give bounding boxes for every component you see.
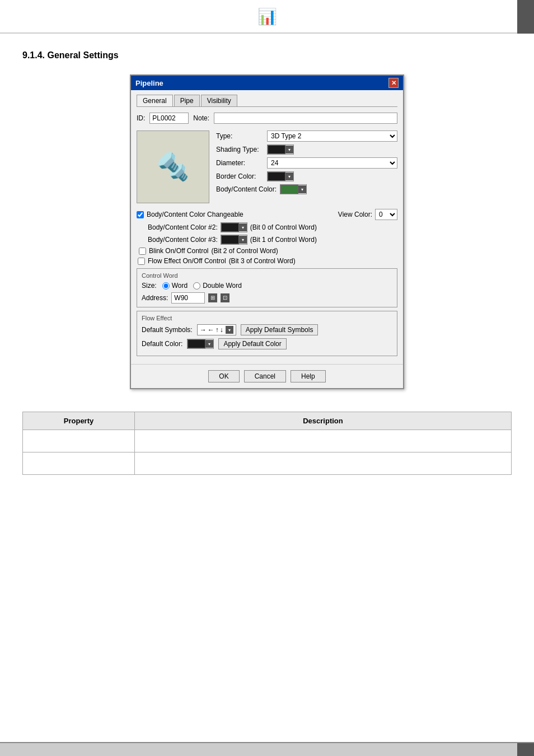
body-color2-label: Body/Content Color #2: <box>148 223 218 231</box>
symbols-arrow[interactable]: ▾ <box>226 326 233 334</box>
border-color-arrow[interactable]: ▾ <box>285 172 293 180</box>
shading-label: Shading Type: <box>216 146 264 153</box>
tab-pipe[interactable]: Pipe <box>174 95 200 106</box>
arrow-right: → <box>200 326 207 334</box>
body-color-label: Body/Content Color: <box>216 185 277 193</box>
type-row: Type: 3D Type 2 <box>216 130 397 142</box>
col-property-header: Property <box>23 412 135 430</box>
tab-general[interactable]: General <box>137 95 173 106</box>
shading-arrow[interactable]: ▾ <box>285 146 293 153</box>
property-cell-1 <box>23 430 135 452</box>
body-color3-arrow[interactable]: ▾ <box>239 236 247 244</box>
view-color-label: View Color: <box>338 211 372 218</box>
property-cell-2 <box>23 452 135 475</box>
flow-symbols-display: → ← ↑ ↓ ▾ <box>197 324 236 335</box>
double-word-radio-item: Double Word <box>193 282 242 290</box>
header-right-block <box>517 0 534 34</box>
properties-right: Type: 3D Type 2 Shading Type: ▾ <box>216 130 397 203</box>
address-row: Address: ⊞ ⊡ <box>142 292 392 304</box>
address-icon1[interactable]: ⊞ <box>208 293 217 302</box>
pipeline-dialog: Pipeline ✕ General Pipe Visibility ID: N… <box>130 74 404 389</box>
body-changeable-checkbox[interactable] <box>137 211 144 218</box>
body-color-btn[interactable]: ▾ <box>280 184 307 194</box>
flow-effect-label: Flow Effect On/Off Control <box>148 257 226 265</box>
tab-bar: General Pipe Visibility <box>137 95 397 107</box>
default-color-label: Default Color: <box>142 340 182 348</box>
main-content: 9.1.4. General Settings Pipeline ✕ Gener… <box>0 34 534 492</box>
body-color2-arrow[interactable]: ▾ <box>239 223 247 231</box>
border-color-btn[interactable]: ▾ <box>267 171 294 181</box>
table-row <box>23 430 512 452</box>
default-color-row: Default Color: ▾ Apply Default Color <box>142 338 392 349</box>
body-color3-label: Body/Content Color #3: <box>148 236 218 244</box>
view-color-select[interactable]: 0 <box>375 209 397 220</box>
arrow-left: ← <box>208 326 214 334</box>
flow-effect-onoff-row: Flow Effect On/Off Control (Bit 3 of Con… <box>138 257 397 265</box>
body-color3-btn[interactable]: ▾ <box>221 235 247 245</box>
pipe-preview-icon: 🔩 <box>156 151 190 183</box>
cancel-button[interactable]: Cancel <box>244 370 286 382</box>
default-symbols-label: Default Symbols: <box>142 326 193 334</box>
dialog-footer: OK Cancel Help <box>131 364 403 388</box>
border-color-label: Border Color: <box>216 172 264 180</box>
default-color-arrow[interactable]: ▾ <box>205 340 213 348</box>
ok-button[interactable]: OK <box>208 370 239 382</box>
tab-visibility[interactable]: Visibility <box>201 95 237 106</box>
blink-row: Blink On/Off Control (Bit 2 of Control W… <box>139 247 397 255</box>
arrow-up: ↑ <box>216 326 219 334</box>
note-input[interactable] <box>214 113 397 124</box>
double-word-radio[interactable] <box>193 282 200 290</box>
checks-section: Body/Content Color Changeable View Color… <box>137 209 397 265</box>
address-label: Address: <box>142 294 168 302</box>
id-note-row: ID: Note: <box>137 113 397 124</box>
type-label: Type: <box>216 132 264 140</box>
note-label: Note: <box>193 114 209 122</box>
address-icon2[interactable]: ⊡ <box>221 293 229 302</box>
word-radio[interactable] <box>162 282 170 290</box>
flow-effect-group-title: Flow Effect <box>142 315 392 321</box>
body-color-row: Body/Content Color: ▾ <box>216 184 397 194</box>
shading-swatch <box>268 145 285 154</box>
type-select[interactable]: 3D Type 2 <box>267 130 397 142</box>
preview-box: 🔩 <box>137 130 209 203</box>
blink-note: (Bit 2 of Control Word) <box>212 247 278 255</box>
diameter-select[interactable]: 24 <box>267 157 397 169</box>
body-color-arrow[interactable]: ▾ <box>298 185 306 193</box>
apply-symbols-button[interactable]: Apply Default Symbols <box>241 324 318 335</box>
flow-effect-note: (Bit 3 of Control Word) <box>229 257 296 265</box>
blink-checkbox[interactable] <box>139 248 146 255</box>
body-color2-row: Body/Content Color #2: ▾ (Bit 0 of Contr… <box>148 222 397 232</box>
app-icon: 📊 <box>257 7 277 26</box>
body-color3-note: (Bit 1 of Control Word) <box>250 236 317 244</box>
diameter-row: Diameter: 24 <box>216 157 397 169</box>
size-label: Size: <box>142 282 157 290</box>
address-input[interactable] <box>171 292 205 304</box>
body-color-swatch <box>280 185 298 194</box>
help-button[interactable]: Help <box>291 370 326 382</box>
body-color2-note: (Bit 0 of Control Word) <box>250 223 317 231</box>
table-row <box>23 452 512 475</box>
flow-effect-checkbox[interactable] <box>138 258 145 265</box>
flow-effect-group: Flow Effect Default Symbols: → ← ↑ ↓ ▾ A… <box>137 311 397 356</box>
apply-color-button[interactable]: Apply Default Color <box>218 338 286 349</box>
id-input[interactable] <box>149 113 189 124</box>
arrow-down: ↓ <box>220 326 223 334</box>
default-color-btn[interactable]: ▾ <box>187 339 214 349</box>
preview-props-section: 🔩 Type: 3D Type 2 Shading Type: <box>137 130 397 203</box>
control-word-group: Control Word Size: Word Double Word Addr… <box>137 268 397 307</box>
double-word-label: Double Word <box>203 282 242 290</box>
description-cell-2 <box>135 452 512 475</box>
shading-color-btn[interactable]: ▾ <box>267 144 294 155</box>
dialog-body: General Pipe Visibility ID: Note: 🔩 <box>131 90 403 364</box>
dialog-close-button[interactable]: ✕ <box>388 78 399 88</box>
col-description-header: Description <box>135 412 512 430</box>
body-changeable-label: Body/Content Color Changeable <box>147 211 243 218</box>
id-label: ID: <box>137 114 145 122</box>
dialog-title: Pipeline <box>135 79 163 87</box>
size-row: Size: Word Double Word <box>142 282 392 290</box>
section-title: 9.1.4. General Settings <box>22 50 512 60</box>
default-color-swatch <box>188 339 205 348</box>
shading-row: Shading Type: ▾ <box>216 144 397 155</box>
body-color2-swatch <box>221 223 239 232</box>
body-color2-btn[interactable]: ▾ <box>221 222 247 232</box>
